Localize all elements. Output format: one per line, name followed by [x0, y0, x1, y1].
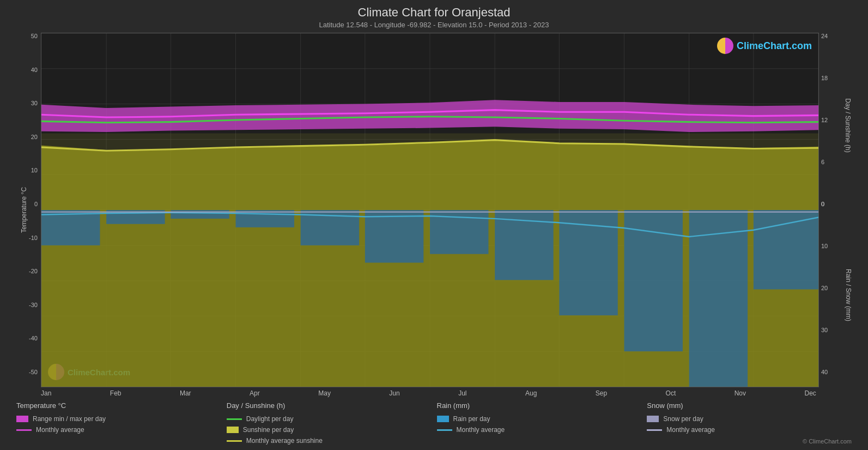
legend-monthly-avg-label: Monthly average [36, 426, 84, 434]
page-wrapper: Climate Chart for Oranjestad Latitude 12… [0, 0, 868, 450]
x-tick-feb: Feb [110, 389, 122, 397]
x-tick-jul: Jul [458, 389, 466, 397]
legend-daylight-label: Daylight per day [246, 415, 294, 423]
legend-snow-avg-label: Monthly average [666, 426, 715, 434]
y-tick: 50 [31, 33, 38, 39]
monthly-avg-line [16, 429, 32, 431]
legend-temp-title: Temperature °C [16, 401, 227, 410]
y-axis-right-rain: 0 10 20 30 40 [821, 198, 828, 375]
legend-rain-title: Rain (mm) [437, 401, 647, 410]
x-axis: Jan Feb Mar Apr May Jun Jul Aug Sep Oct … [11, 387, 857, 397]
legend-snow-title: Snow (mm) [647, 401, 857, 410]
daylight-line [227, 418, 242, 420]
y-tick: 10 [31, 167, 38, 173]
y-axis-right-rain-label: Rain / Snow (mm) [845, 268, 852, 321]
legend-range-label: Range min / max per day [33, 415, 106, 423]
legend-rain-avg-label: Monthly average [457, 426, 505, 434]
chart-area: Temperature °C 50 40 30 20 10 0 -10 -20 … [11, 33, 857, 387]
y-tick: -50 [29, 369, 38, 375]
legend-sunshine-title: Day / Sunshine (h) [227, 401, 437, 410]
y-tick-right: 20 [821, 285, 828, 291]
legend-snow: Snow (mm) Snow per day Monthly average ©… [647, 401, 857, 445]
y-axis-right-sunshine-label: Day / Sunshine (h) [843, 98, 851, 152]
y-tick-right: 0 [821, 201, 828, 207]
legend-sunshine-avg-label: Monthly average sunshine [246, 437, 323, 445]
y-tick: -10 [29, 235, 38, 241]
range-swatch [16, 416, 28, 422]
legend-temperature: Temperature °C Range min / max per day M… [16, 401, 227, 445]
y-tick-right: 12 [821, 117, 828, 123]
legend-item-range: Range min / max per day [16, 415, 227, 423]
svg-rect-27 [171, 210, 229, 219]
rain-swatch [437, 416, 449, 422]
x-tick-may: May [318, 389, 331, 397]
y-tick: 0 [34, 201, 38, 207]
svg-rect-36 [754, 210, 818, 289]
y-tick-right: 40 [821, 369, 828, 375]
x-tick-jun: Jun [389, 389, 399, 397]
legend-item-snow: Snow per day [647, 415, 857, 423]
y-axis-left-label: Temperature °C [20, 187, 28, 233]
legend-item-sunshine: Sunshine per day [227, 426, 437, 434]
y-axis-left: Temperature °C 50 40 30 20 10 0 -10 -20 … [11, 33, 41, 387]
y-tick: 30 [31, 100, 38, 106]
x-tick-oct: Oct [666, 389, 676, 397]
y-tick: 40 [31, 67, 38, 73]
y-tick: -20 [29, 268, 38, 274]
chart-title: Climate Chart for Oranjestad [11, 5, 857, 20]
x-tick-jan: Jan [41, 389, 51, 397]
chart-header: Climate Chart for Oranjestad Latitude 12… [11, 5, 857, 29]
svg-rect-24 [41, 133, 818, 210]
legend-sunshine-label: Sunshine per day [243, 426, 294, 434]
chart-svg [41, 33, 818, 387]
svg-rect-30 [365, 210, 423, 263]
rain-avg-line [437, 429, 452, 431]
legend-item-rain: Rain per day [437, 415, 647, 423]
x-tick-dec: Dec [805, 389, 816, 397]
y-tick: -30 [29, 302, 38, 308]
copyright: © ClimeChart.com [647, 437, 857, 445]
y-axis-right: 24 18 12 6 0 0 10 20 30 40 Day / Sunshin… [819, 33, 857, 387]
legend-rain: Rain (mm) Rain per day Monthly average [437, 401, 647, 445]
x-tick-apr: Apr [250, 389, 260, 397]
svg-rect-25 [41, 210, 100, 245]
x-tick-mar: Mar [180, 389, 191, 397]
y-tick: 20 [31, 134, 38, 140]
legend-area: Temperature °C Range min / max per day M… [11, 397, 857, 445]
svg-rect-35 [689, 210, 748, 387]
legend-snow-label: Snow per day [663, 415, 703, 423]
y-tick-right: 10 [821, 243, 828, 249]
sunshine-avg-line [227, 440, 242, 442]
legend-item-snow-avg: Monthly average [647, 426, 857, 434]
sunshine-swatch [227, 427, 239, 433]
svg-rect-34 [624, 210, 683, 351]
x-tick-sep: Sep [596, 389, 607, 397]
legend-item-daylight: Daylight per day [227, 415, 437, 423]
chart-subtitle: Latitude 12.548 - Longitude -69.982 - El… [11, 21, 857, 29]
x-tick-aug: Aug [525, 389, 537, 397]
y-tick-right: 18 [821, 75, 828, 81]
legend-item-sunshine-avg: Monthly average sunshine [227, 437, 437, 445]
legend-item-monthly-avg: Monthly average [16, 426, 227, 434]
legend-sunshine: Day / Sunshine (h) Daylight per day Suns… [227, 401, 437, 445]
legend-item-rain-avg: Monthly average [437, 426, 647, 434]
snow-swatch [647, 416, 659, 422]
svg-rect-33 [559, 210, 617, 315]
y-tick: -40 [29, 335, 38, 341]
legend-rain-label: Rain per day [453, 415, 490, 423]
y-tick-right: 6 [821, 159, 828, 165]
x-tick-nov: Nov [735, 389, 746, 397]
svg-rect-28 [236, 210, 294, 227]
snow-avg-line [647, 429, 662, 431]
y-axis-right-sunshine: 24 18 12 6 0 [821, 33, 828, 210]
y-tick-right: 24 [821, 33, 828, 39]
y-tick-right: 30 [821, 327, 828, 333]
chart-main: ClimeChart.com ClimeChart.com [41, 33, 819, 387]
